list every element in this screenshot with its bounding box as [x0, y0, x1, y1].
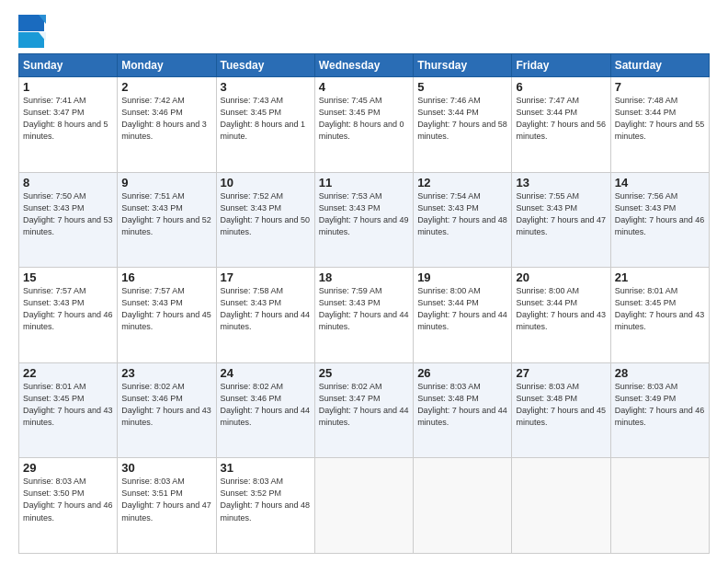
day-number: 1: [23, 80, 113, 94]
day-number: 4: [319, 80, 409, 94]
page: Sunday Monday Tuesday Wednesday Thursday…: [0, 0, 728, 563]
table-row: 30 Sunrise: 8:03 AM Sunset: 3:51 PM Dayl…: [118, 458, 216, 554]
table-row: 18 Sunrise: 7:59 AM Sunset: 3:43 PM Dayl…: [314, 268, 413, 363]
day-number: 18: [319, 270, 409, 284]
table-row: 17 Sunrise: 7:58 AM Sunset: 3:43 PM Dayl…: [216, 268, 314, 363]
table-row: 26 Sunrise: 8:03 AM Sunset: 3:48 PM Dayl…: [414, 362, 512, 458]
day-number: 26: [417, 366, 507, 380]
day-number: 28: [615, 366, 705, 380]
calendar-week-row: 8 Sunrise: 7:50 AM Sunset: 3:43 PM Dayli…: [19, 172, 710, 268]
day-detail: Sunrise: 8:00 AM Sunset: 3:44 PM Dayligh…: [417, 285, 507, 333]
day-detail: Sunrise: 8:02 AM Sunset: 3:46 PM Dayligh…: [121, 381, 211, 429]
day-number: 5: [417, 80, 507, 94]
day-number: 27: [516, 366, 606, 380]
day-detail: Sunrise: 8:00 AM Sunset: 3:44 PM Dayligh…: [516, 285, 606, 333]
day-detail: Sunrise: 7:42 AM Sunset: 3:46 PM Dayligh…: [121, 95, 211, 143]
col-friday: Friday: [512, 54, 610, 77]
table-row: 6 Sunrise: 7:47 AM Sunset: 3:44 PM Dayli…: [512, 77, 610, 173]
day-number: 7: [615, 80, 705, 94]
table-row: 7 Sunrise: 7:48 AM Sunset: 3:44 PM Dayli…: [610, 77, 709, 173]
table-row: 8 Sunrise: 7:50 AM Sunset: 3:43 PM Dayli…: [19, 172, 118, 268]
day-number: 31: [221, 461, 311, 475]
day-detail: Sunrise: 8:02 AM Sunset: 3:47 PM Dayligh…: [319, 381, 409, 429]
table-row: 14 Sunrise: 7:56 AM Sunset: 3:43 PM Dayl…: [610, 172, 709, 268]
table-row: 22 Sunrise: 8:01 AM Sunset: 3:45 PM Dayl…: [19, 362, 118, 458]
day-detail: Sunrise: 7:45 AM Sunset: 3:45 PM Dayligh…: [319, 95, 409, 143]
day-number: 23: [121, 366, 211, 380]
calendar-week-row: 1 Sunrise: 7:41 AM Sunset: 3:47 PM Dayli…: [19, 77, 710, 173]
col-wednesday: Wednesday: [314, 54, 413, 77]
day-number: 19: [417, 270, 507, 284]
day-detail: Sunrise: 8:03 AM Sunset: 3:50 PM Dayligh…: [23, 476, 113, 523]
day-number: 13: [516, 176, 606, 190]
day-detail: Sunrise: 8:03 AM Sunset: 3:48 PM Dayligh…: [516, 381, 606, 429]
table-row: 11 Sunrise: 7:53 AM Sunset: 3:43 PM Dayl…: [314, 172, 413, 268]
day-number: 8: [23, 176, 113, 190]
table-row: 27 Sunrise: 8:03 AM Sunset: 3:48 PM Dayl…: [512, 362, 610, 458]
table-row: 29 Sunrise: 8:03 AM Sunset: 3:50 PM Dayl…: [19, 458, 118, 554]
day-detail: Sunrise: 8:01 AM Sunset: 3:45 PM Dayligh…: [615, 285, 705, 333]
day-detail: Sunrise: 7:51 AM Sunset: 3:43 PM Dayligh…: [121, 190, 211, 238]
table-row: 15 Sunrise: 7:57 AM Sunset: 3:43 PM Dayl…: [19, 268, 118, 363]
day-number: 24: [221, 366, 311, 380]
day-detail: Sunrise: 7:56 AM Sunset: 3:43 PM Dayligh…: [615, 190, 705, 238]
logo: [18, 15, 48, 48]
calendar-table: Sunday Monday Tuesday Wednesday Thursday…: [18, 53, 710, 554]
day-detail: Sunrise: 7:58 AM Sunset: 3:43 PM Dayligh…: [221, 285, 311, 333]
day-number: 16: [121, 270, 211, 284]
svg-rect-0: [18, 15, 44, 31]
day-number: 29: [23, 461, 113, 475]
calendar-week-row: 22 Sunrise: 8:01 AM Sunset: 3:45 PM Dayl…: [19, 362, 710, 458]
col-tuesday: Tuesday: [216, 54, 314, 77]
day-number: 6: [516, 80, 606, 94]
table-row: 16 Sunrise: 7:57 AM Sunset: 3:43 PM Dayl…: [118, 268, 216, 363]
calendar-header-row: Sunday Monday Tuesday Wednesday Thursday…: [19, 54, 710, 77]
col-saturday: Saturday: [610, 54, 709, 77]
day-detail: Sunrise: 7:50 AM Sunset: 3:43 PM Dayligh…: [23, 190, 113, 238]
day-number: 9: [121, 176, 211, 190]
day-detail: Sunrise: 8:01 AM Sunset: 3:45 PM Dayligh…: [23, 381, 113, 429]
table-row: [314, 458, 413, 554]
day-number: 17: [221, 270, 311, 284]
day-number: 21: [615, 270, 705, 284]
day-detail: Sunrise: 7:41 AM Sunset: 3:47 PM Dayligh…: [23, 95, 113, 143]
day-detail: Sunrise: 7:59 AM Sunset: 3:43 PM Dayligh…: [319, 285, 409, 333]
day-detail: Sunrise: 7:55 AM Sunset: 3:43 PM Dayligh…: [516, 190, 606, 238]
calendar-week-row: 15 Sunrise: 7:57 AM Sunset: 3:43 PM Dayl…: [19, 268, 710, 363]
table-row: 1 Sunrise: 7:41 AM Sunset: 3:47 PM Dayli…: [19, 77, 118, 173]
svg-rect-1: [18, 32, 44, 48]
day-detail: Sunrise: 8:03 AM Sunset: 3:52 PM Dayligh…: [221, 476, 311, 523]
table-row: 5 Sunrise: 7:46 AM Sunset: 3:44 PM Dayli…: [414, 77, 512, 173]
day-number: 15: [23, 270, 113, 284]
table-row: 19 Sunrise: 8:00 AM Sunset: 3:44 PM Dayl…: [414, 268, 512, 363]
day-detail: Sunrise: 7:53 AM Sunset: 3:43 PM Dayligh…: [319, 190, 409, 238]
day-number: 2: [121, 80, 211, 94]
day-detail: Sunrise: 8:03 AM Sunset: 3:51 PM Dayligh…: [121, 476, 211, 523]
col-sunday: Sunday: [19, 54, 118, 77]
day-number: 25: [319, 366, 409, 380]
day-detail: Sunrise: 7:48 AM Sunset: 3:44 PM Dayligh…: [615, 95, 705, 143]
table-row: 31 Sunrise: 8:03 AM Sunset: 3:52 PM Dayl…: [216, 458, 314, 554]
calendar-week-row: 29 Sunrise: 8:03 AM Sunset: 3:50 PM Dayl…: [19, 458, 710, 554]
day-detail: Sunrise: 7:57 AM Sunset: 3:43 PM Dayligh…: [23, 285, 113, 333]
table-row: [414, 458, 512, 554]
table-row: 21 Sunrise: 8:01 AM Sunset: 3:45 PM Dayl…: [610, 268, 709, 363]
day-detail: Sunrise: 7:54 AM Sunset: 3:43 PM Dayligh…: [417, 190, 507, 238]
table-row: 13 Sunrise: 7:55 AM Sunset: 3:43 PM Dayl…: [512, 172, 610, 268]
day-number: 14: [615, 176, 705, 190]
day-detail: Sunrise: 7:47 AM Sunset: 3:44 PM Dayligh…: [516, 95, 606, 143]
table-row: [610, 458, 709, 554]
col-monday: Monday: [118, 54, 216, 77]
day-number: 22: [23, 366, 113, 380]
col-thursday: Thursday: [414, 54, 512, 77]
day-detail: Sunrise: 7:43 AM Sunset: 3:45 PM Dayligh…: [221, 95, 311, 143]
table-row: 10 Sunrise: 7:52 AM Sunset: 3:43 PM Dayl…: [216, 172, 314, 268]
day-detail: Sunrise: 8:02 AM Sunset: 3:46 PM Dayligh…: [221, 381, 311, 429]
table-row: 23 Sunrise: 8:02 AM Sunset: 3:46 PM Dayl…: [118, 362, 216, 458]
table-row: 20 Sunrise: 8:00 AM Sunset: 3:44 PM Dayl…: [512, 268, 610, 363]
header: [18, 15, 710, 48]
day-detail: Sunrise: 7:46 AM Sunset: 3:44 PM Dayligh…: [417, 95, 507, 143]
table-row: 28 Sunrise: 8:03 AM Sunset: 3:49 PM Dayl…: [610, 362, 709, 458]
day-number: 30: [121, 461, 211, 475]
day-number: 20: [516, 270, 606, 284]
